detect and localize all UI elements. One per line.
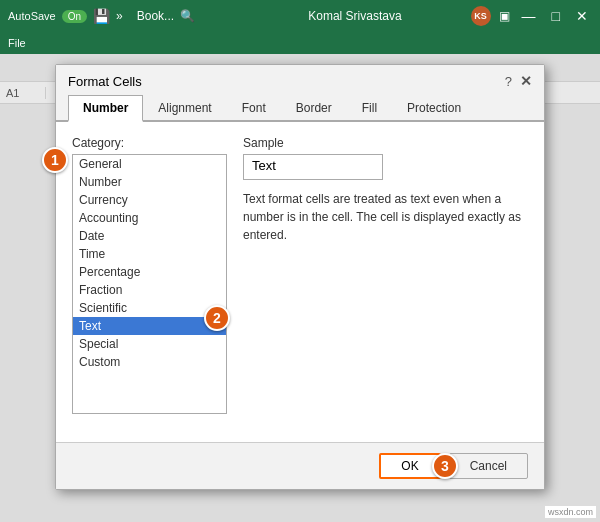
dialog-title: Format Cells — [68, 74, 142, 89]
category-text[interactable]: Text — [73, 317, 226, 335]
tab-border[interactable]: Border — [281, 95, 347, 122]
category-currency[interactable]: Currency — [73, 191, 226, 209]
category-scientific[interactable]: Scientific — [73, 299, 226, 317]
tab-bar: Number Alignment Font Border Fill Protec… — [56, 93, 544, 122]
help-button[interactable]: ? — [505, 74, 512, 89]
dialog-body: Category: General Number Currency Accoun… — [56, 122, 544, 442]
format-panel: Sample Text Text format cells are treate… — [243, 136, 528, 428]
format-cells-dialog: 1 2 3 Format Cells ? ✕ Number — [55, 64, 545, 490]
workbook-name: Book... — [137, 9, 174, 23]
category-fraction[interactable]: Fraction — [73, 281, 226, 299]
menu-bar: File — [0, 32, 600, 54]
minimize-button[interactable]: — — [518, 6, 540, 26]
tab-protection[interactable]: Protection — [392, 95, 476, 122]
description-text: Text format cells are treated as text ev… — [243, 190, 528, 244]
close-button[interactable]: ✕ — [572, 6, 592, 26]
title-bar-left: AutoSave On 💾 » Book... 🔍 — [8, 8, 239, 24]
user-name: Komal Srivastava — [308, 9, 401, 23]
category-special[interactable]: Special — [73, 335, 226, 353]
maximize-button[interactable]: □ — [548, 6, 564, 26]
dialog-title-bar: Format Cells ? ✕ — [56, 65, 544, 93]
sample-box: Text — [243, 154, 383, 180]
step-3-circle: 3 — [432, 453, 458, 479]
tab-number[interactable]: Number — [68, 95, 143, 122]
category-time[interactable]: Time — [73, 245, 226, 263]
category-percentage[interactable]: Percentage — [73, 263, 226, 281]
dialog-overlay: 1 2 3 Format Cells ? ✕ Number — [0, 54, 600, 522]
dialog-close-button[interactable]: ✕ — [520, 73, 532, 89]
title-bar: AutoSave On 💾 » Book... 🔍 Komal Srivasta… — [0, 0, 600, 32]
title-bar-right: KS ▣ — □ ✕ — [471, 6, 592, 26]
dialog-footer: OK Cancel — [56, 442, 544, 489]
autosave-label: AutoSave — [8, 10, 56, 22]
menu-item-file[interactable]: File — [8, 37, 26, 49]
step-2-circle: 2 — [204, 305, 230, 331]
category-custom[interactable]: Custom — [73, 353, 226, 371]
category-general[interactable]: General — [73, 155, 226, 173]
ribbon-icon[interactable]: ▣ — [499, 9, 510, 23]
more-icon[interactable]: » — [116, 9, 123, 23]
category-label: Category: — [72, 136, 227, 150]
category-list[interactable]: General Number Currency Accounting Date … — [72, 154, 227, 414]
tab-alignment[interactable]: Alignment — [143, 95, 226, 122]
watermark: wsxdn.com — [545, 506, 596, 518]
search-icon[interactable]: 🔍 — [180, 9, 195, 23]
category-date[interactable]: Date — [73, 227, 226, 245]
dialog-controls: ? ✕ — [505, 73, 532, 89]
cancel-button[interactable]: Cancel — [449, 453, 528, 479]
category-accounting[interactable]: Accounting — [73, 209, 226, 227]
user-avatar[interactable]: KS — [471, 6, 491, 26]
excel-content: A1 1 2 3 Format Cells ? ✕ — [0, 54, 600, 522]
category-panel: Category: General Number Currency Accoun… — [72, 136, 227, 428]
save-icon[interactable]: 💾 — [93, 8, 110, 24]
sample-label: Sample — [243, 136, 528, 150]
step-1-circle: 1 — [42, 147, 68, 173]
tab-fill[interactable]: Fill — [347, 95, 392, 122]
autosave-toggle[interactable]: On — [62, 10, 87, 23]
tab-font[interactable]: Font — [227, 95, 281, 122]
category-number[interactable]: Number — [73, 173, 226, 191]
title-bar-center: Komal Srivastava — [239, 9, 470, 23]
